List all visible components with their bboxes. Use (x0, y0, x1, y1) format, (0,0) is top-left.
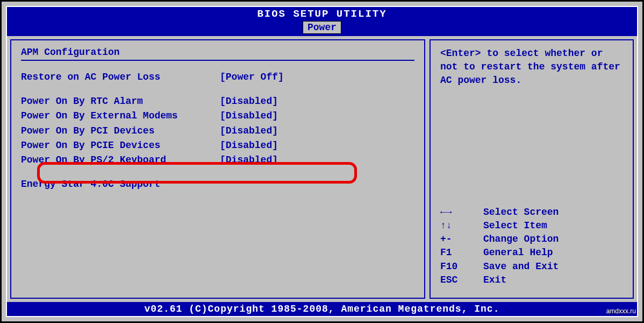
key-select-item: ↑↓ Select Item (440, 219, 623, 233)
panel-right: <Enter> to select whether or not to rest… (430, 39, 634, 299)
setting-energy-star[interactable]: Energy Star 4.0C Support (21, 178, 414, 191)
setting-label: Power On By External Modems (21, 109, 220, 123)
key-action: Change Option (483, 233, 559, 246)
key-label: F10 (440, 260, 483, 273)
arrow-ud-icon: ↑↓ (440, 219, 483, 233)
key-action: Save and Exit (483, 260, 559, 273)
setting-label: Power On By PCI Devices (21, 124, 220, 138)
setting-external-modems[interactable]: Power On By External Modems [Disabled] (21, 109, 414, 123)
key-label: +- (440, 233, 483, 246)
key-save-exit: F10 Save and Exit (440, 260, 623, 273)
setting-label: Energy Star 4.0C Support (21, 178, 220, 191)
setting-label: Power On By PS/2 Keyboard (21, 153, 220, 167)
bios-inner: BIOS SETUP UTILITY Power APM Configurati… (6, 6, 638, 317)
key-label: ESC (440, 273, 483, 287)
key-general-help: F1 General Help (440, 246, 623, 259)
bios-title: BIOS SETUP UTILITY (7, 7, 637, 21)
setting-restore-ac[interactable]: Restore on AC Power Loss [Power Off] (21, 71, 414, 84)
key-action: Select Screen (483, 206, 559, 219)
setting-pci-devices[interactable]: Power On By PCI Devices [Disabled] (21, 124, 414, 138)
setting-value: [Disabled] (220, 95, 278, 108)
key-exit: ESC Exit (440, 273, 623, 287)
setting-label: Power On By PCIE Devices (21, 139, 220, 152)
setting-label: Power On By RTC Alarm (21, 95, 220, 108)
bios-body: APM Configuration Restore on AC Power Lo… (7, 36, 637, 302)
setting-value: [Disabled] (220, 124, 278, 138)
panel-left: APM Configuration Restore on AC Power Lo… (10, 39, 425, 299)
setting-rtc-alarm[interactable]: Power On By RTC Alarm [Disabled] (21, 95, 414, 108)
section-title: APM Configuration (21, 47, 414, 58)
setting-value: [Disabled] (220, 139, 278, 152)
help-keys: ←→ Select Screen ↑↓ Select Item +- Chang… (440, 206, 623, 291)
key-action: General Help (483, 246, 553, 259)
tab-row: Power (7, 21, 637, 36)
tab-power[interactable]: Power (303, 21, 341, 34)
help-text: <Enter> to select whether or not to rest… (440, 47, 623, 88)
key-select-screen: ←→ Select Screen (440, 206, 623, 219)
key-action: Exit (483, 273, 506, 287)
key-label: F1 (440, 246, 483, 259)
setting-pcie-devices[interactable]: Power On By PCIE Devices [Disabled] (21, 139, 414, 152)
setting-label: Restore on AC Power Loss (21, 71, 220, 84)
setting-ps2-keyboard[interactable]: Power On By PS/2 Keyboard [Disabled] (21, 153, 414, 167)
bios-container: BIOS SETUP UTILITY Power APM Configurati… (0, 0, 644, 323)
watermark: amdxxx.ru (606, 307, 636, 315)
arrow-lr-icon: ←→ (440, 206, 483, 219)
footer-copyright: v02.61 (C)Copyright 1985-2008, American … (7, 302, 637, 316)
setting-value: [Disabled] (220, 153, 278, 167)
setting-value: [Power Off] (220, 71, 284, 84)
setting-value: [Disabled] (220, 109, 278, 123)
section-divider (21, 60, 414, 61)
key-change-option: +- Change Option (440, 233, 623, 246)
key-action: Select Item (483, 219, 547, 233)
